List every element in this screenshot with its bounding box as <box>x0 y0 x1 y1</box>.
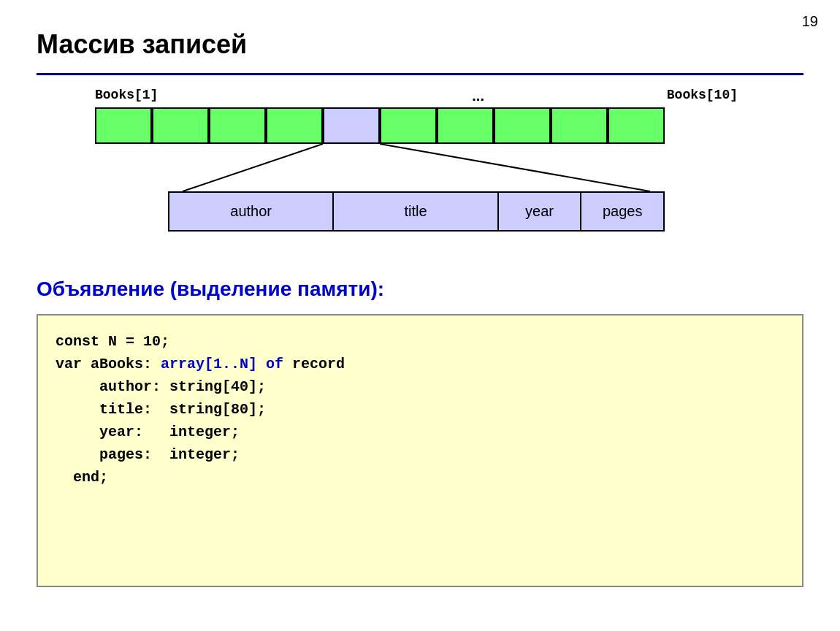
array-label-right: Books[10] <box>667 88 738 104</box>
svg-line-1 <box>380 144 650 191</box>
array-labels: Books[1] ... Books[10] <box>88 88 745 104</box>
array-cell-5 <box>380 107 437 144</box>
record-field-title: title <box>334 193 498 230</box>
diagram-area: Books[1] ... Books[10] author title year <box>88 88 745 232</box>
array-cell-2 <box>209 107 266 144</box>
code-line-5: pages: integer; <box>56 443 784 466</box>
code-line-3: title: string[80]; <box>56 398 784 421</box>
section-heading: Объявление (выделение памяти): <box>37 278 384 301</box>
record-fields-row: author title year pages <box>168 191 665 232</box>
page-title: Массив записей <box>37 29 247 60</box>
code-line-0: const N = 10; <box>56 330 784 353</box>
code-line-1: var aBooks: array[1..N] of record <box>56 353 784 375</box>
array-cell-1 <box>152 107 209 144</box>
array-cell-3 <box>266 107 323 144</box>
array-label-dots: ... <box>472 88 484 104</box>
code-line-6: end; <box>56 466 784 489</box>
page-number: 19 <box>802 13 818 30</box>
array-cell-0 <box>95 107 152 144</box>
array-cell-4 <box>323 107 380 144</box>
record-field-year: year <box>499 193 582 230</box>
code-line-2: author: string[40]; <box>56 375 784 398</box>
array-cell-8 <box>551 107 608 144</box>
code-line-4: year: integer; <box>56 421 784 443</box>
record-field-pages: pages <box>581 193 663 230</box>
record-field-author: author <box>169 193 334 230</box>
code-block: const N = 10; var aBooks: array[1..N] of… <box>37 314 803 587</box>
array-cell-9 <box>608 107 665 144</box>
array-cell-6 <box>437 107 494 144</box>
connector-svg <box>95 144 665 191</box>
array-cells-row <box>95 107 665 144</box>
array-label-left: Books[1] <box>95 88 158 104</box>
array-cell-7 <box>494 107 551 144</box>
svg-line-0 <box>183 144 323 191</box>
title-underline <box>37 73 803 75</box>
